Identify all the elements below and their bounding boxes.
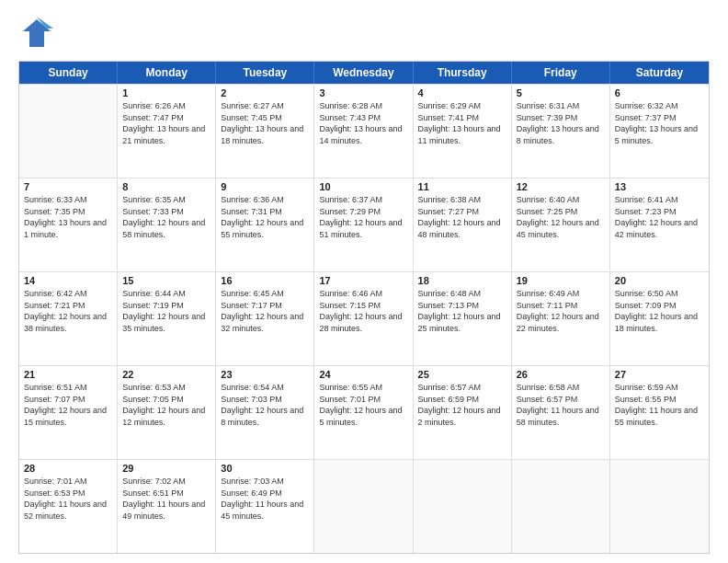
cell-info: Sunrise: 6:49 AMSunset: 7:11 PMDaylight:…: [517, 288, 605, 334]
day-number: 16: [221, 275, 309, 286]
calendar-cell: 23Sunrise: 6:54 AMSunset: 7:03 PMDayligh…: [216, 366, 314, 459]
weekday-header: Friday: [512, 62, 610, 84]
day-number: 4: [418, 87, 506, 98]
day-number: 24: [319, 369, 407, 380]
cell-info: Sunrise: 6:51 AMSunset: 7:07 PMDaylight:…: [24, 382, 112, 428]
day-number: 20: [615, 275, 704, 286]
calendar-row: 21Sunrise: 6:51 AMSunset: 7:07 PMDayligh…: [19, 365, 709, 459]
day-number: 19: [517, 275, 605, 286]
weekday-header: Saturday: [610, 62, 709, 84]
calendar-cell: 20Sunrise: 6:50 AMSunset: 7:09 PMDayligh…: [610, 272, 709, 365]
calendar-cell: [414, 460, 512, 553]
cell-info: Sunrise: 6:27 AMSunset: 7:45 PMDaylight:…: [221, 100, 309, 146]
calendar-cell: 7Sunrise: 6:33 AMSunset: 7:35 PMDaylight…: [19, 178, 118, 271]
calendar-cell: 24Sunrise: 6:55 AMSunset: 7:01 PMDayligh…: [314, 366, 413, 459]
cell-info: Sunrise: 6:28 AMSunset: 7:43 PMDaylight:…: [319, 100, 407, 146]
calendar-cell: 28Sunrise: 7:01 AMSunset: 6:53 PMDayligh…: [19, 460, 118, 553]
day-number: 5: [517, 87, 605, 98]
calendar-cell: 14Sunrise: 6:42 AMSunset: 7:21 PMDayligh…: [19, 272, 118, 365]
day-number: 9: [221, 181, 309, 192]
cell-info: Sunrise: 6:55 AMSunset: 7:01 PMDaylight:…: [319, 382, 407, 428]
cell-info: Sunrise: 6:33 AMSunset: 7:35 PMDaylight:…: [24, 194, 112, 240]
cell-info: Sunrise: 6:58 AMSunset: 6:57 PMDaylight:…: [517, 382, 605, 428]
calendar-cell: 30Sunrise: 7:03 AMSunset: 6:49 PMDayligh…: [216, 460, 314, 553]
cell-info: Sunrise: 6:38 AMSunset: 7:27 PMDaylight:…: [418, 194, 506, 240]
day-number: 6: [615, 87, 704, 98]
cell-info: Sunrise: 6:57 AMSunset: 6:59 PMDaylight:…: [418, 382, 506, 428]
calendar-cell: 5Sunrise: 6:31 AMSunset: 7:39 PMDaylight…: [512, 85, 610, 178]
day-number: 29: [122, 463, 210, 474]
day-number: 12: [517, 181, 605, 192]
cell-info: Sunrise: 6:35 AMSunset: 7:33 PMDaylight:…: [122, 194, 210, 240]
day-number: 28: [24, 463, 112, 474]
day-number: 18: [418, 275, 506, 286]
weekday-header: Tuesday: [216, 62, 314, 84]
calendar-cell: 1Sunrise: 6:26 AMSunset: 7:47 PMDaylight…: [118, 85, 216, 178]
day-number: 15: [122, 275, 210, 286]
logo-icon: [18, 15, 55, 52]
cell-info: Sunrise: 6:54 AMSunset: 7:03 PMDaylight:…: [221, 382, 309, 428]
day-number: 2: [221, 87, 309, 98]
calendar-cell: 4Sunrise: 6:29 AMSunset: 7:41 PMDaylight…: [414, 85, 512, 178]
calendar-cell: 8Sunrise: 6:35 AMSunset: 7:33 PMDaylight…: [118, 178, 216, 271]
cell-info: Sunrise: 6:29 AMSunset: 7:41 PMDaylight:…: [418, 100, 506, 146]
calendar-cell: 13Sunrise: 6:41 AMSunset: 7:23 PMDayligh…: [610, 178, 709, 271]
calendar-cell: 25Sunrise: 6:57 AMSunset: 6:59 PMDayligh…: [414, 366, 512, 459]
day-number: 1: [122, 87, 210, 98]
cell-info: Sunrise: 6:32 AMSunset: 7:37 PMDaylight:…: [615, 100, 704, 146]
day-number: 14: [24, 275, 112, 286]
calendar-cell: 10Sunrise: 6:37 AMSunset: 7:29 PMDayligh…: [314, 178, 413, 271]
day-number: 23: [221, 369, 309, 380]
cell-info: Sunrise: 6:31 AMSunset: 7:39 PMDaylight:…: [517, 100, 605, 146]
calendar-cell: 22Sunrise: 6:53 AMSunset: 7:05 PMDayligh…: [118, 366, 216, 459]
day-number: 27: [615, 369, 704, 380]
logo: [18, 15, 58, 52]
calendar-cell: 27Sunrise: 6:59 AMSunset: 6:55 PMDayligh…: [610, 366, 709, 459]
calendar-cell: 18Sunrise: 6:48 AMSunset: 7:13 PMDayligh…: [414, 272, 512, 365]
cell-info: Sunrise: 6:46 AMSunset: 7:15 PMDaylight:…: [319, 288, 407, 334]
header: [18, 15, 710, 52]
calendar-row: 28Sunrise: 7:01 AMSunset: 6:53 PMDayligh…: [19, 459, 709, 553]
day-number: 26: [517, 369, 605, 380]
calendar-cell: 15Sunrise: 6:44 AMSunset: 7:19 PMDayligh…: [118, 272, 216, 365]
calendar-cell: 26Sunrise: 6:58 AMSunset: 6:57 PMDayligh…: [512, 366, 610, 459]
day-number: 21: [24, 369, 112, 380]
weekday-header: Sunday: [19, 62, 118, 84]
day-number: 7: [24, 181, 112, 192]
cell-info: Sunrise: 7:02 AMSunset: 6:51 PMDaylight:…: [122, 476, 210, 522]
day-number: 13: [615, 181, 704, 192]
calendar-header: SundayMondayTuesdayWednesdayThursdayFrid…: [19, 62, 709, 84]
day-number: 8: [122, 181, 210, 192]
cell-info: Sunrise: 7:03 AMSunset: 6:49 PMDaylight:…: [221, 476, 309, 522]
calendar-row: 1Sunrise: 6:26 AMSunset: 7:47 PMDaylight…: [19, 84, 709, 178]
weekday-header: Monday: [118, 62, 216, 84]
calendar: SundayMondayTuesdayWednesdayThursdayFrid…: [18, 61, 710, 554]
weekday-header: Thursday: [414, 62, 512, 84]
calendar-cell: [19, 85, 118, 178]
calendar-cell: 9Sunrise: 6:36 AMSunset: 7:31 PMDaylight…: [216, 178, 314, 271]
calendar-cell: [512, 460, 610, 553]
calendar-row: 14Sunrise: 6:42 AMSunset: 7:21 PMDayligh…: [19, 271, 709, 365]
cell-info: Sunrise: 6:42 AMSunset: 7:21 PMDaylight:…: [24, 288, 112, 334]
day-number: 11: [418, 181, 506, 192]
cell-info: Sunrise: 6:44 AMSunset: 7:19 PMDaylight:…: [122, 288, 210, 334]
cell-info: Sunrise: 6:50 AMSunset: 7:09 PMDaylight:…: [615, 288, 704, 334]
day-number: 10: [319, 181, 407, 192]
calendar-cell: [314, 460, 413, 553]
cell-info: Sunrise: 6:41 AMSunset: 7:23 PMDaylight:…: [615, 194, 704, 240]
cell-info: Sunrise: 6:45 AMSunset: 7:17 PMDaylight:…: [221, 288, 309, 334]
cell-info: Sunrise: 7:01 AMSunset: 6:53 PMDaylight:…: [24, 476, 112, 522]
calendar-cell: 2Sunrise: 6:27 AMSunset: 7:45 PMDaylight…: [216, 85, 314, 178]
cell-info: Sunrise: 6:59 AMSunset: 6:55 PMDaylight:…: [615, 382, 704, 428]
weekday-header: Wednesday: [314, 62, 413, 84]
calendar-cell: 6Sunrise: 6:32 AMSunset: 7:37 PMDaylight…: [610, 85, 709, 178]
calendar-cell: 29Sunrise: 7:02 AMSunset: 6:51 PMDayligh…: [118, 460, 216, 553]
svg-marker-0: [23, 19, 51, 47]
calendar-cell: 19Sunrise: 6:49 AMSunset: 7:11 PMDayligh…: [512, 272, 610, 365]
calendar-cell: [610, 460, 709, 553]
calendar-cell: 17Sunrise: 6:46 AMSunset: 7:15 PMDayligh…: [314, 272, 413, 365]
calendar-cell: 16Sunrise: 6:45 AMSunset: 7:17 PMDayligh…: [216, 272, 314, 365]
cell-info: Sunrise: 6:53 AMSunset: 7:05 PMDaylight:…: [122, 382, 210, 428]
day-number: 30: [221, 463, 309, 474]
cell-info: Sunrise: 6:26 AMSunset: 7:47 PMDaylight:…: [122, 100, 210, 146]
